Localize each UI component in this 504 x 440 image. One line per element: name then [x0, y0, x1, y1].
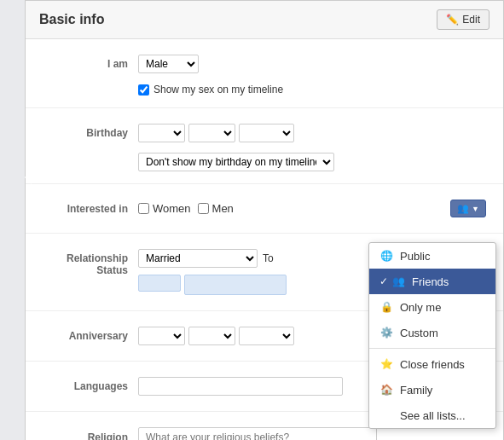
family-icon: 🏠 [379, 383, 393, 397]
relationship-section: RelationshipStatus Married Single In a r… [26, 234, 503, 311]
dropdown-item-custom[interactable]: ⚙️ Custom [369, 320, 495, 345]
birthday-section: Birthday Don't show my birthday on my ti… [26, 108, 503, 184]
friends-label: Friends [412, 275, 449, 288]
check-icon: ✓ [379, 275, 388, 287]
header: Basic info ✏️ Edit [26, 1, 503, 39]
dropdown-item-close-friends[interactable]: ⭐ Close friends [369, 351, 495, 377]
i-am-select[interactable]: Male Female [138, 55, 199, 73]
close-friends-label: Close friends [400, 358, 465, 371]
see-all-label: See all lists... [400, 409, 466, 422]
languages-input[interactable] [138, 377, 343, 396]
i-am-section: I am Male Female Show my sex on my timel… [26, 39, 503, 108]
edit-button[interactable]: ✏️ Edit [437, 9, 490, 30]
i-am-label: I am [43, 58, 128, 70]
birthday-controls [138, 124, 486, 142]
birthday-year-select[interactable] [239, 124, 294, 142]
interested-privacy-btn-wrapper: 👥 ▼ [450, 200, 486, 217]
left-sidebar [0, 0, 26, 440]
relationship-tag [138, 275, 181, 292]
i-am-controls: Male Female [138, 55, 486, 73]
public-icon: 🌐 [379, 249, 393, 263]
men-checkbox[interactable] [198, 203, 209, 214]
dropdown-item-friends[interactable]: ✓ 👥 Friends [369, 269, 495, 294]
interested-in-label: Interested in [43, 203, 128, 215]
relationship-status-select[interactable]: Married Single In a relationship Engaged [138, 249, 258, 268]
sidebar-arrow [25, 171, 32, 184]
see-all-icon [379, 408, 393, 422]
birthday-visibility-select[interactable]: Don't show my birthday on my timeline [138, 153, 334, 171]
interested-in-row: Interested in Women Men 👥 ▼ [43, 193, 486, 224]
relationship-name-box [184, 275, 287, 295]
main-content: Basic info ✏️ Edit I am Male Female Show… [26, 0, 504, 440]
to-label: To [263, 252, 274, 264]
birthday-month-select[interactable] [138, 124, 185, 142]
lock-icon: 🔒 [379, 300, 393, 314]
dropdown-item-family[interactable]: 🏠 Family [369, 377, 495, 402]
show-sex-row: Show my sex on my timeline [43, 80, 486, 99]
anniversary-day-select[interactable] [188, 327, 235, 345]
only-me-label: Only me [400, 301, 441, 314]
women-checkbox-label[interactable]: Women [138, 202, 191, 215]
languages-label: Languages [43, 380, 128, 392]
religion-controls [138, 427, 486, 440]
religion-label: Religion [43, 431, 128, 440]
dropdown-divider [369, 348, 495, 349]
privacy-dropdown: 🌐 Public ✓ 👥 Friends 🔒 Only me ⚙️ Custom [368, 242, 496, 429]
interested-in-controls: Women Men [138, 202, 450, 215]
edit-label: Edit [462, 14, 480, 26]
custom-label: Custom [400, 327, 438, 339]
relationship-label: RelationshipStatus [43, 252, 128, 276]
gear-icon: ⚙️ [379, 326, 393, 339]
men-label: Men [212, 202, 234, 215]
anniversary-month-select[interactable] [138, 327, 185, 345]
caret-icon: ▼ [472, 205, 479, 213]
friends-icon-dd: 👥 [391, 275, 405, 288]
page-title: Basic info [39, 12, 104, 27]
public-label: Public [400, 250, 430, 263]
women-label: Women [153, 202, 191, 215]
dropdown-item-see-all[interactable]: See all lists... [369, 402, 495, 428]
show-sex-checkbox[interactable] [138, 84, 149, 96]
interested-in-section: Interested in Women Men 👥 ▼ [26, 184, 503, 234]
anniversary-label: Anniversary [43, 330, 128, 342]
family-label: Family [400, 384, 432, 397]
religion-input[interactable] [138, 427, 377, 440]
birthday-label: Birthday [43, 127, 128, 139]
dropdown-item-only-me[interactable]: 🔒 Only me [369, 294, 495, 320]
pencil-icon: ✏️ [446, 14, 459, 26]
women-checkbox[interactable] [138, 203, 149, 214]
interested-privacy-button[interactable]: 👥 ▼ [450, 200, 486, 217]
birthday-show-row: Don't show my birthday on my timeline [43, 149, 486, 175]
show-sex-label: Show my sex on my timeline [154, 84, 283, 96]
dropdown-item-public[interactable]: 🌐 Public [369, 243, 495, 269]
star-icon: ⭐ [379, 357, 393, 371]
men-checkbox-label[interactable]: Men [198, 202, 234, 215]
i-am-row: I am Male Female [43, 48, 486, 80]
birthday-row: Birthday [43, 117, 486, 149]
birthday-day-select[interactable] [188, 124, 235, 142]
friends-icon: 👥 [457, 203, 469, 214]
anniversary-year-select[interactable] [239, 327, 294, 345]
